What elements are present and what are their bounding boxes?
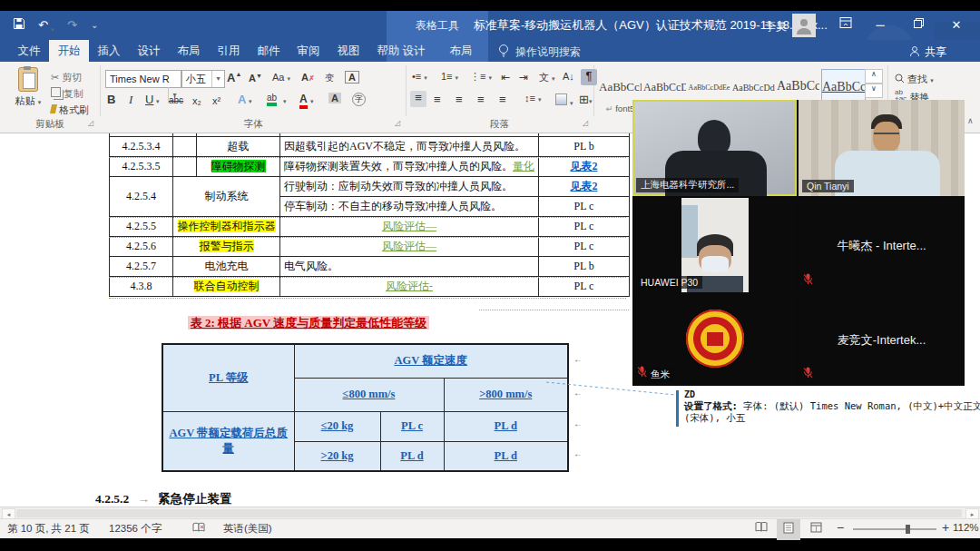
zoom-slider-track[interactable] [853, 528, 936, 530]
tab-layout[interactable]: 布局 [169, 40, 209, 62]
share-person-icon[interactable] [909, 44, 921, 61]
video-tile-camera-off[interactable]: 牛曦杰 - Interte... [799, 198, 965, 292]
line-spacing-button[interactable]: ↕≡ ▾ [524, 93, 542, 103]
sort-button[interactable]: A↓ [563, 71, 574, 82]
underline-dropdown-icon[interactable]: ▾ [156, 98, 160, 105]
tab-home[interactable]: 开始 [49, 40, 89, 62]
borders-button[interactable]: ⊞▾ [579, 93, 592, 106]
align-center-button[interactable]: ≡ [434, 93, 441, 106]
tab-insert[interactable]: 插入 [89, 40, 129, 62]
text-highlight-button[interactable]: ab [267, 93, 277, 106]
font-size-select[interactable]: 小五▾ [181, 70, 225, 88]
tell-me-bulb-icon[interactable] [497, 44, 510, 62]
enclose-char-button[interactable]: 字 [352, 93, 366, 106]
text-effects-button[interactable]: A [238, 93, 246, 106]
increase-indent-button[interactable]: ⇥ [519, 71, 528, 84]
video-tile[interactable]: Qin Tianyi [799, 100, 965, 196]
close-button[interactable]: ✕ [942, 11, 971, 40]
superscript-button[interactable]: x² [212, 95, 220, 106]
word-count[interactable]: 12356 个字 [109, 522, 162, 536]
video-tile-active-speaker[interactable]: 上海电器科学研究所... [632, 100, 797, 196]
undo-button[interactable]: ↶ [38, 17, 48, 34]
tab-file[interactable]: 文件 [9, 40, 49, 62]
clipboard-group-label: 剪贴板 [0, 118, 100, 131]
scrollbar-thumb[interactable] [16, 509, 962, 517]
tab-view[interactable]: 视图 [328, 40, 368, 62]
bold-button[interactable]: B [107, 93, 115, 106]
restore-button[interactable] [904, 11, 933, 40]
web-layout-button[interactable] [804, 519, 828, 540]
page-indicator[interactable]: 第 10 页, 共 21 页 [7, 522, 90, 536]
tell-me-search[interactable]: 操作说明搜索 [515, 44, 581, 60]
tab-review[interactable]: 审阅 [289, 40, 328, 62]
char-border-button[interactable]: A [345, 71, 359, 84]
shrink-font-button[interactable]: A▼ [249, 73, 262, 84]
distribute-button[interactable]: ≡ [499, 93, 506, 106]
decrease-indent-button[interactable]: ⇤ [501, 71, 510, 84]
tab-mailings[interactable]: 邮件 [249, 40, 289, 62]
ribbon-display-options-icon[interactable] [831, 11, 860, 40]
char-shading-button[interactable]: A [328, 93, 341, 103]
grow-font-button[interactable]: A▲ [227, 71, 241, 84]
link-risk-assessment[interactable]: 风险评估— [382, 220, 436, 232]
horizontal-scrollbar[interactable]: ◂ ▸ [0, 507, 980, 519]
copy-button[interactable]: 复制 [51, 87, 83, 101]
phonetic-guide-button[interactable]: 变 [325, 72, 334, 84]
link-risk-assessment[interactable]: 风险评估- [386, 280, 433, 292]
strikethrough-button[interactable]: abc [169, 95, 183, 105]
undo-dropdown-icon[interactable]: ▾ [51, 22, 54, 38]
subscript-button[interactable]: x₂ [192, 95, 201, 106]
zoom-percentage[interactable]: 112% [953, 522, 979, 533]
share-button[interactable]: 共享 [925, 44, 946, 60]
print-layout-button[interactable] [777, 519, 800, 540]
minimize-button[interactable]: ─ [866, 11, 895, 40]
bullets-button[interactable]: •≡ ▾ [412, 71, 427, 82]
align-right-button[interactable]: ≡ [456, 93, 463, 106]
clipboard-dialog-launcher[interactable]: ◿ [88, 119, 93, 127]
clear-format-button[interactable]: A✗ [301, 72, 315, 83]
paragraph-dialog-launcher[interactable]: ◿ [583, 119, 588, 127]
video-tile-logo[interactable]: 鱼米 [632, 294, 797, 386]
styles-scroll-up-icon[interactable]: ∧ [865, 69, 883, 84]
find-button[interactable]: 查找 ▾ [895, 73, 934, 86]
language-indicator[interactable]: 英语(美国) [223, 522, 272, 536]
change-case-button[interactable]: Aa ▾ [272, 72, 290, 83]
font-color-button[interactable]: A [299, 93, 308, 109]
link-quantify[interactable]: 量化 [513, 160, 534, 172]
asian-layout-button[interactable]: 文 ▾ [539, 71, 555, 84]
tab-table-layout[interactable]: 布局 [439, 40, 483, 62]
shading-button[interactable]: ▾ [555, 93, 573, 107]
underline-button[interactable]: U [145, 93, 153, 106]
zoom-slider-thumb[interactable] [906, 525, 910, 534]
cut-button[interactable]: ✂ 剪切 [51, 71, 82, 84]
video-tile[interactable]: HUAWEI P30 [632, 198, 797, 292]
tab-references[interactable]: 引用 [209, 40, 249, 62]
read-mode-button[interactable] [750, 519, 773, 540]
tab-design[interactable]: 设计 [129, 40, 169, 62]
italic-button[interactable]: I [129, 93, 132, 107]
multilevel-list-button[interactable]: ⋮≡ ▾ [470, 71, 492, 83]
align-left-button[interactable]: ≡ [410, 91, 426, 107]
format-painter-button[interactable]: 格式刷 [51, 103, 89, 117]
save-icon[interactable] [13, 17, 25, 34]
avatar[interactable] [792, 14, 816, 37]
paste-button[interactable]: 粘贴 ▾ [9, 67, 47, 108]
zoom-in-button[interactable]: + [942, 520, 949, 535]
link-risk-assessment[interactable]: 风险评估— [382, 240, 436, 252]
font-dialog-launcher[interactable]: ◿ [395, 119, 400, 127]
collapse-ribbon-icon[interactable]: ∧ [967, 116, 974, 125]
show-marks-button[interactable]: ¶ [581, 69, 597, 85]
zoom-out-button[interactable]: − [837, 520, 844, 535]
font-name-select[interactable]: Times New R▾ [105, 70, 181, 88]
link-see-table2[interactable]: 见表2 [571, 160, 598, 172]
proofing-status-icon[interactable] [192, 522, 206, 535]
tab-table-design[interactable]: 设计 [392, 40, 436, 62]
redo-button[interactable]: ↷ [67, 17, 77, 34]
format-comment[interactable]: ZD 设置了格式: 字体: (默认) Times New Roman, (中文)… [684, 389, 980, 424]
styles-scroll-down-icon[interactable]: ∨ [865, 84, 883, 98]
link-see-table2[interactable]: 见表2 [571, 180, 598, 192]
video-tile-camera-off[interactable]: 麦竞文-Intertek... [799, 294, 965, 386]
justify-button[interactable]: ≡ [477, 93, 485, 106]
numbering-button[interactable]: 1≡ ▾ [441, 71, 458, 82]
qat-customize-icon[interactable]: ⌄ [91, 17, 98, 34]
